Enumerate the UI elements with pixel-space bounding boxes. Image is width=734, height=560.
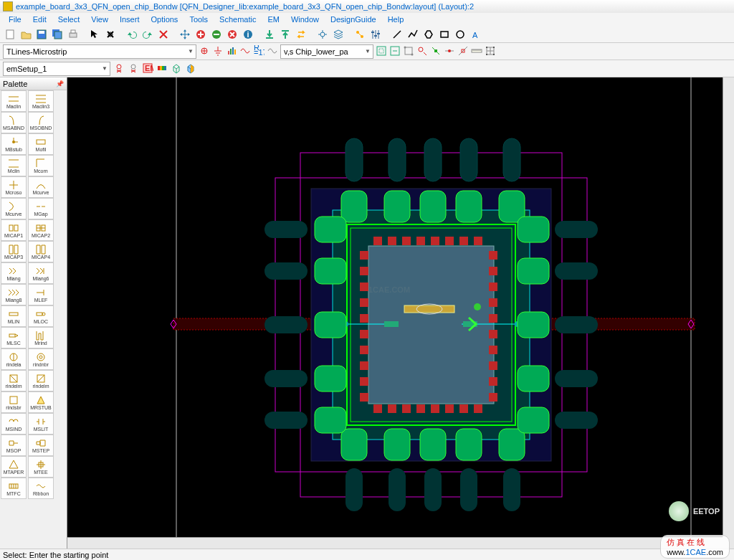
palette-item-rindela[interactable]: rindela (1, 348, 27, 370)
rect-icon[interactable] (437, 27, 452, 42)
palette-item-rindelm[interactable]: rindelm (1, 370, 27, 391)
polyline-icon[interactable] (406, 27, 420, 42)
menu-designguide[interactable]: DesignGuide (325, 14, 382, 25)
palette-item-mlsc[interactable]: MLSC (1, 327, 27, 348)
menu-schematic[interactable]: Schematic (214, 14, 262, 25)
palette-item-mgap[interactable]: MGap (28, 198, 54, 219)
move-icon[interactable] (178, 27, 192, 42)
end-cmd-icon[interactable] (103, 27, 118, 42)
grid-icon[interactable] (485, 45, 496, 58)
palette-item-micap2[interactable]: MICAP2 (28, 219, 54, 241)
open-icon[interactable] (19, 27, 33, 42)
palette-item-mlef[interactable]: MLEF (28, 284, 54, 305)
undo-icon[interactable] (125, 27, 139, 42)
push-icon[interactable] (262, 27, 277, 42)
palette-item-mtfc[interactable]: MTFC (1, 478, 27, 499)
pin-icon[interactable] (315, 27, 330, 42)
scrollbar-vertical[interactable] (723, 77, 734, 537)
palette-item-mbstub[interactable]: MBstub (1, 133, 27, 155)
em-icon[interactable]: EM (142, 62, 153, 75)
text-icon[interactable]: A (469, 27, 483, 42)
palette-item-mrind[interactable]: Mrind (28, 327, 54, 348)
wave2-icon[interactable] (267, 45, 278, 58)
save-icon[interactable] (34, 27, 49, 42)
saveall-icon[interactable] (50, 27, 65, 42)
palette-item-mrstub[interactable]: MRSTUB (28, 391, 54, 413)
menu-em[interactable]: EM (262, 14, 285, 25)
delete-icon[interactable] (156, 27, 171, 42)
new-icon[interactable] (3, 27, 17, 42)
print-icon[interactable] (66, 27, 80, 42)
palette-item-mofil[interactable]: Mofil (28, 133, 54, 155)
snap-vertex-icon[interactable] (430, 45, 442, 58)
palette-item-mcorn[interactable]: Mcorn (28, 155, 54, 176)
palette-item-rindelm[interactable]: rindelm (28, 370, 54, 391)
simulate-icon[interactable] (353, 27, 367, 42)
port-icon[interactable] (199, 45, 210, 58)
pop-icon[interactable] (278, 27, 292, 42)
palette-item-mloc[interactable]: MLOC (28, 305, 54, 327)
menu-help[interactable]: Help (382, 14, 410, 25)
ruler-icon[interactable] (471, 45, 482, 58)
palette-item-mstep[interactable]: MSTEP (28, 435, 54, 456)
palette-item-msobnd[interactable]: MSOBND (28, 112, 54, 133)
swap-icon[interactable] (294, 27, 308, 42)
wave-icon[interactable] (239, 45, 251, 58)
r17-icon[interactable]: R=17 (253, 45, 264, 58)
scrollbar-horizontal[interactable] (67, 537, 723, 549)
snap-edge-icon[interactable] (457, 45, 469, 58)
layer-dropdown[interactable]: v,s Chip_lower_pa▼ (280, 44, 373, 59)
palette-item-ribbon[interactable]: Ribbon (28, 478, 54, 499)
pin-x-icon[interactable] (113, 62, 125, 75)
palette-item-msop[interactable]: MSOP (1, 435, 27, 456)
palette-item-msabnd[interactable]: MSABND (1, 112, 27, 133)
snap-pin-icon[interactable] (416, 45, 428, 58)
palette-item-mcroso[interactable]: Mcroso (1, 176, 27, 198)
zoom-box-icon[interactable] (376, 45, 387, 58)
palette-item-mcurve[interactable]: Mcurve (1, 198, 27, 219)
palette-item-rindsbr[interactable]: rindsbr (1, 391, 27, 413)
palette-item-micap1[interactable]: MICAP1 (1, 219, 27, 241)
menu-options[interactable]: Options (145, 14, 184, 25)
chart-icon[interactable] (226, 45, 237, 58)
menu-edit[interactable]: Edit (27, 14, 52, 25)
ground-icon[interactable] (212, 45, 224, 58)
palette-item-maclin[interactable]: Maclin (1, 90, 27, 112)
color-bar-icon[interactable] (156, 62, 168, 75)
cube-icon[interactable] (171, 62, 182, 75)
palette-item-mtaper[interactable]: MTAPER (1, 456, 27, 478)
polygon-icon[interactable] (421, 27, 436, 42)
arrow-icon[interactable] (87, 27, 102, 42)
snap-mid-icon[interactable] (444, 45, 455, 58)
palette-item-msind[interactable]: MSIND (1, 413, 27, 435)
redo-icon[interactable] (140, 27, 155, 42)
layers-icon[interactable] (331, 27, 345, 42)
menu-select[interactable]: Select (52, 14, 86, 25)
remove-icon[interactable] (209, 27, 224, 42)
zoom-prev-icon[interactable] (389, 45, 401, 58)
add-icon[interactable] (194, 27, 208, 42)
tune-icon[interactable] (368, 27, 383, 42)
snap-icon[interactable] (403, 45, 414, 58)
info-icon[interactable]: i (241, 27, 255, 42)
palette-item-mlang8[interactable]: Mlang8 (1, 284, 27, 305)
menu-file[interactable]: File (3, 14, 27, 25)
cube-color-icon[interactable] (185, 62, 196, 75)
menu-insert[interactable]: Insert (114, 14, 146, 25)
em-setup-dropdown[interactable]: emSetup_1▼ (3, 62, 110, 76)
palette-item-mlang6[interactable]: Mlang6 (28, 262, 54, 284)
deactivate-icon[interactable] (225, 27, 239, 42)
palette-item-mlin[interactable]: MLIN (1, 305, 27, 327)
menu-tools[interactable]: Tools (184, 14, 214, 25)
palette-item-rindnbr[interactable]: rindnbr (28, 348, 54, 370)
layout-canvas[interactable]: 1CAE.COM (67, 77, 734, 549)
palette-item-micap4[interactable]: MICAP4 (28, 241, 54, 262)
library-dropdown[interactable]: TLines-Microstrip▼ (3, 44, 196, 59)
pin-icon[interactable]: 📌 (56, 80, 64, 87)
line-icon[interactable] (390, 27, 404, 42)
menu-window[interactable]: Window (285, 14, 325, 25)
palette-item-mcurve[interactable]: Mcurve (28, 176, 54, 198)
palette-item-mclin[interactable]: Mclin (1, 155, 27, 176)
palette-item-micap3[interactable]: MICAP3 (1, 241, 27, 262)
pin-x2-icon[interactable] (128, 62, 139, 75)
